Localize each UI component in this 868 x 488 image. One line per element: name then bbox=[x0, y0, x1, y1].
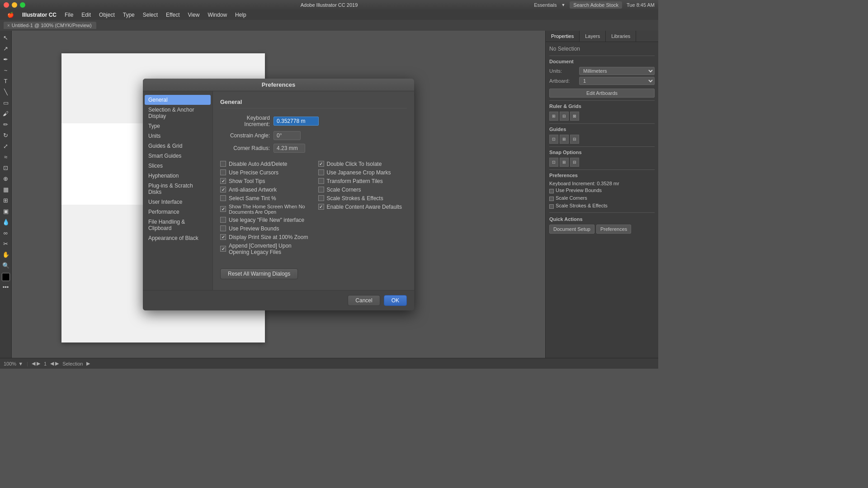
guide-icon-1[interactable]: ⊡ bbox=[549, 135, 558, 144]
snap-icon-1[interactable]: ⊡ bbox=[549, 158, 558, 167]
cb-use-preview-checkbox[interactable] bbox=[220, 225, 226, 231]
selection-tool-icon[interactable]: ↖ bbox=[1, 33, 11, 42]
sidebar-item-selection[interactable]: Selection & Anchor Display bbox=[143, 105, 212, 121]
cb-scale-strokes-checkbox[interactable] bbox=[318, 195, 324, 201]
artboard-select[interactable]: 1 bbox=[579, 77, 655, 85]
guide-icon-2[interactable]: ⊞ bbox=[560, 135, 569, 144]
cb-show-tool-tips-checkbox[interactable] bbox=[220, 178, 226, 184]
sidebar-item-hyphenation[interactable]: Hyphenation bbox=[143, 171, 212, 181]
pen-tool-icon[interactable]: ✒ bbox=[1, 54, 11, 64]
menu-illustrator[interactable]: Illustrator CC bbox=[19, 11, 60, 19]
cancel-button[interactable]: Cancel bbox=[348, 295, 380, 306]
rect-tool-icon[interactable]: ▭ bbox=[1, 98, 11, 108]
essentials-dropdown[interactable]: Essentials bbox=[534, 2, 557, 8]
document-tab[interactable]: × Untitled-1 @ 100% (CMYK/Preview) bbox=[4, 22, 96, 29]
tab-close-icon[interactable]: × bbox=[7, 23, 10, 28]
line-tool-icon[interactable]: ╲ bbox=[1, 87, 11, 97]
column-graph-icon[interactable]: ▦ bbox=[1, 184, 11, 194]
menu-view[interactable]: View bbox=[184, 11, 203, 19]
sidebar-item-general[interactable]: General bbox=[145, 95, 211, 105]
mesh-tool-icon[interactable]: ⊞ bbox=[1, 195, 11, 205]
fill-color-icon[interactable] bbox=[2, 273, 10, 281]
close-window-button[interactable] bbox=[4, 2, 9, 8]
menu-type[interactable]: Type bbox=[119, 11, 138, 19]
ruler-icon[interactable]: ⊞ bbox=[549, 112, 558, 121]
paintbrush-tool-icon[interactable]: 🖌 bbox=[1, 108, 11, 118]
reset-warning-dialogs-button[interactable]: Reset All Warning Dialogs bbox=[220, 268, 298, 279]
cb-scale-corners-checkbox[interactable] bbox=[318, 187, 324, 192]
guide-icon-3[interactable]: ⊟ bbox=[570, 135, 579, 144]
cb-transform-pattern-checkbox[interactable] bbox=[318, 178, 324, 184]
menu-select[interactable]: Select bbox=[139, 11, 161, 19]
perspective-icon[interactable]: ⊠ bbox=[570, 112, 579, 121]
menu-effect[interactable]: Effect bbox=[162, 11, 183, 19]
zoom-down-arrow[interactable]: ▼ bbox=[18, 361, 23, 366]
menu-edit[interactable]: Edit bbox=[78, 11, 94, 19]
cb-double-click-checkbox[interactable] bbox=[318, 161, 324, 167]
sidebar-item-file-handling[interactable]: File Handling & Clipboard bbox=[143, 217, 212, 233]
tab-libraries[interactable]: Libraries bbox=[606, 31, 636, 42]
cb-anti-aliased-checkbox[interactable] bbox=[220, 187, 226, 192]
scale-corners-pref-checkbox[interactable] bbox=[549, 197, 554, 201]
canvas-area[interactable]: Preferences General Selection & Anchor D… bbox=[12, 31, 545, 358]
curvature-tool-icon[interactable]: ~ bbox=[1, 65, 11, 75]
cb-use-legacy-checkbox[interactable] bbox=[220, 217, 226, 223]
snap-icon-2[interactable]: ⊞ bbox=[560, 158, 569, 167]
grid-icon[interactable]: ⊟ bbox=[560, 112, 569, 121]
cb-enable-content: Enable Content Aware Defaults bbox=[318, 204, 407, 210]
minimize-window-button[interactable] bbox=[12, 2, 17, 8]
sidebar-item-user-interface[interactable]: User Interface bbox=[143, 197, 212, 207]
tab-layers[interactable]: Layers bbox=[580, 31, 606, 42]
maximize-window-button[interactable] bbox=[20, 2, 25, 8]
cb-display-print-checkbox[interactable] bbox=[220, 234, 226, 240]
menu-object[interactable]: Object bbox=[95, 11, 118, 19]
corner-radius-input[interactable] bbox=[274, 144, 305, 153]
sidebar-item-units[interactable]: Units bbox=[143, 131, 212, 141]
eyedropper-icon[interactable]: 💧 bbox=[1, 217, 11, 227]
scale-tool-icon[interactable]: ⤢ bbox=[1, 141, 11, 151]
blend-tool-icon[interactable]: ∞ bbox=[1, 228, 11, 238]
tab-properties[interactable]: Properties bbox=[546, 31, 580, 42]
sidebar-item-appearance[interactable]: Appearance of Black bbox=[143, 233, 212, 243]
free-transform-icon[interactable]: ⊡ bbox=[1, 163, 11, 173]
sidebar-item-plugins[interactable]: Plug-ins & Scratch Disks bbox=[143, 181, 212, 197]
menu-apple[interactable]: 🍎 bbox=[4, 11, 18, 19]
search-stock-input[interactable]: Search Adobe Stock bbox=[570, 1, 622, 9]
sidebar-item-type[interactable]: Type bbox=[143, 121, 212, 131]
sidebar-item-smart-guides[interactable]: Smart Guides bbox=[143, 151, 212, 161]
symbol-spray-icon[interactable]: ⊕ bbox=[1, 174, 11, 183]
hand-tool-icon[interactable]: ✋ bbox=[1, 249, 11, 259]
units-select[interactable]: Millimeters bbox=[579, 67, 655, 75]
edit-artboards-button[interactable]: Edit Artboards bbox=[549, 89, 655, 98]
scale-strokes-pref-checkbox[interactable] bbox=[549, 204, 554, 209]
direct-selection-tool-icon[interactable]: ↗ bbox=[1, 43, 11, 53]
cb-use-precise-checkbox[interactable] bbox=[220, 169, 226, 175]
warp-tool-icon[interactable]: ≈ bbox=[1, 152, 11, 162]
keyboard-increment-input[interactable] bbox=[274, 117, 319, 126]
more-tools-icon[interactable]: ••• bbox=[1, 282, 11, 292]
cb-show-home-checkbox[interactable] bbox=[220, 206, 226, 212]
sidebar-item-guides[interactable]: Guides & Grid bbox=[143, 141, 212, 151]
preferences-quick-button[interactable]: Preferences bbox=[596, 225, 631, 234]
cb-append-converted-checkbox[interactable] bbox=[220, 246, 226, 252]
zoom-tool-icon[interactable]: 🔍 bbox=[1, 260, 11, 270]
type-tool-icon[interactable]: T bbox=[1, 76, 11, 86]
scissors-icon[interactable]: ✂ bbox=[1, 239, 11, 249]
snap-icon-3[interactable]: ⊟ bbox=[570, 158, 579, 167]
use-preview-bounds-pref-checkbox[interactable] bbox=[549, 189, 554, 193]
cb-disable-auto-checkbox[interactable] bbox=[220, 161, 226, 167]
sidebar-item-performance[interactable]: Performance bbox=[143, 207, 212, 217]
gradient-tool-icon[interactable]: ▣ bbox=[1, 206, 11, 216]
cb-enable-content-checkbox[interactable] bbox=[318, 204, 324, 210]
menu-window[interactable]: Window bbox=[204, 11, 231, 19]
menu-file[interactable]: File bbox=[61, 11, 77, 19]
menu-help[interactable]: Help bbox=[231, 11, 250, 19]
cb-select-same-tint-checkbox[interactable] bbox=[220, 195, 226, 201]
pencil-tool-icon[interactable]: ✏ bbox=[1, 119, 11, 129]
rotate-tool-icon[interactable]: ↻ bbox=[1, 130, 11, 140]
constrain-angle-input[interactable] bbox=[274, 131, 301, 140]
ok-button[interactable]: OK bbox=[384, 295, 407, 306]
document-setup-button[interactable]: Document Setup bbox=[549, 225, 594, 234]
sidebar-item-slices[interactable]: Slices bbox=[143, 161, 212, 171]
cb-japanese-crop-checkbox[interactable] bbox=[318, 169, 324, 175]
